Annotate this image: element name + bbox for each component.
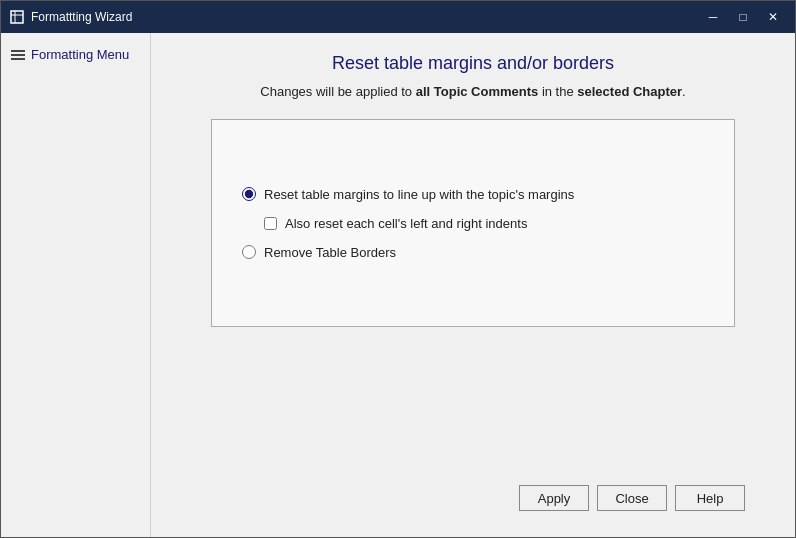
sidebar: Formatting Menu [1,33,151,537]
sidebar-menu-label: Formatting Menu [31,47,129,62]
hamburger-line-1 [11,50,25,52]
window-icon [9,9,25,25]
minimize-button[interactable]: ─ [699,7,727,27]
window-title: Formattting Wizard [31,10,699,24]
maximize-button[interactable]: □ [729,7,757,27]
subtitle-bold1: all Topic Comments [416,84,539,99]
button-bar: Apply Close Help [181,473,765,527]
main-content: Formatting Menu Reset table margins and/… [1,33,795,537]
radio-margins[interactable] [242,187,256,201]
main-window: Formattting Wizard ─ □ ✕ Formatting Menu… [0,0,796,538]
checkbox-indents-label: Also reset each cell's left and right in… [285,216,527,231]
radio-option-1[interactable]: Reset table margins to line up with the … [242,187,704,202]
page-subtitle: Changes will be applied to all Topic Com… [181,84,765,99]
svg-rect-0 [11,11,23,23]
window-controls: ─ □ ✕ [699,7,787,27]
help-button[interactable]: Help [675,485,745,511]
radio-borders[interactable] [242,245,256,259]
radio-borders-label: Remove Table Borders [264,245,396,260]
subtitle-suffix: . [682,84,686,99]
hamburger-icon [11,50,25,60]
checkbox-indents[interactable] [264,217,277,230]
checkbox-option-1[interactable]: Also reset each cell's left and right in… [264,216,704,231]
hamburger-line-2 [11,54,25,56]
right-content: Reset table margins and/or borders Chang… [151,33,795,537]
title-bar: Formattting Wizard ─ □ ✕ [1,1,795,33]
apply-button[interactable]: Apply [519,485,589,511]
close-window-button[interactable]: ✕ [759,7,787,27]
radio-margins-label: Reset table margins to line up with the … [264,187,574,202]
page-title: Reset table margins and/or borders [181,53,765,74]
options-panel: Reset table margins to line up with the … [211,119,735,327]
hamburger-line-3 [11,58,25,60]
spacer [181,327,765,473]
close-button[interactable]: Close [597,485,667,511]
radio-option-2[interactable]: Remove Table Borders [242,245,704,260]
subtitle-bold2: selected Chapter [577,84,682,99]
subtitle-middle: in the [538,84,577,99]
sidebar-item-formatting-menu[interactable]: Formatting Menu [1,41,150,68]
subtitle-prefix: Changes will be applied to [260,84,415,99]
